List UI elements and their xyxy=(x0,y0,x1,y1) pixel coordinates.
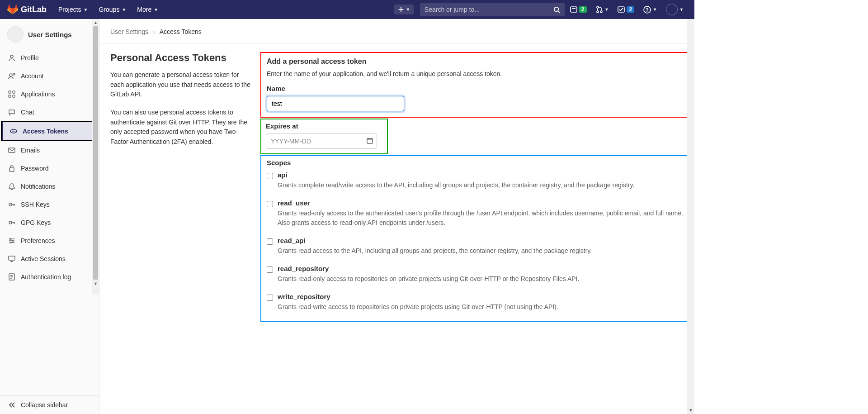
todos-badge: 2 xyxy=(627,6,634,13)
scope-checkbox-write_repository[interactable] xyxy=(267,295,273,301)
sidebar-item-label: Profile xyxy=(21,54,39,62)
avatar xyxy=(7,26,24,43)
scroll-thumb[interactable] xyxy=(93,26,98,280)
nav-groups[interactable]: Groups▼ xyxy=(94,2,131,17)
sidebar-item-label: Password xyxy=(21,165,48,172)
merge-requests-link[interactable]: ▼ xyxy=(592,6,613,13)
expires-label: Expires at xyxy=(266,122,382,130)
svg-point-3 xyxy=(597,6,599,8)
svg-point-23 xyxy=(9,221,12,224)
scope-name: read_repository xyxy=(278,265,684,272)
bell-icon xyxy=(8,183,15,190)
sidebar-title: User Settings xyxy=(28,31,72,38)
sidebar-item-notifications[interactable]: Notifications xyxy=(0,177,99,195)
help-link[interactable]: ? ▼ xyxy=(640,6,660,14)
svg-point-5 xyxy=(600,11,602,13)
scope-description: Grants complete read/write access to the… xyxy=(278,181,684,190)
sidebar-item-active-sessions[interactable]: Active Sessions xyxy=(0,250,99,268)
sidebar-item-label: Access Tokens xyxy=(23,128,68,135)
scope-checkbox-api[interactable] xyxy=(267,173,273,179)
sidebar-item-ssh-keys[interactable]: SSH Keys xyxy=(0,195,99,214)
scope-description: Grants read-only access to the authentic… xyxy=(278,209,684,228)
svg-point-26 xyxy=(10,242,12,243)
account-icon xyxy=(8,72,15,80)
profile-icon xyxy=(8,54,15,62)
sidebar-item-label: Active Sessions xyxy=(21,255,66,262)
scope-checkbox-read_repository[interactable] xyxy=(267,266,273,273)
global-search[interactable] xyxy=(420,3,565,16)
svg-text:?: ? xyxy=(646,7,648,12)
user-menu[interactable]: ▼ xyxy=(662,4,687,15)
scroll-down-icon: ▼ xyxy=(92,280,99,287)
sidebar-item-label: Chat xyxy=(21,109,34,116)
brand[interactable]: GitLab xyxy=(7,4,47,15)
sidebar-item-label: GPG Keys xyxy=(21,219,51,226)
page-title: Personal Access Tokens xyxy=(110,52,250,64)
sidebar-item-applications[interactable]: Applications xyxy=(0,85,99,103)
email-icon xyxy=(8,147,15,154)
sidebar-item-gpg-keys[interactable]: GPG Keys xyxy=(0,214,99,232)
sidebar-item-password[interactable]: Password xyxy=(0,159,99,177)
chevron-down-icon: ▼ xyxy=(154,7,158,12)
svg-rect-12 xyxy=(9,91,11,93)
scope-name: api xyxy=(278,171,684,179)
sidebar-item-label: Applications xyxy=(21,90,55,98)
expires-section: Expires at xyxy=(260,119,388,154)
todos-link[interactable]: 2 xyxy=(614,6,638,13)
new-dropdown[interactable]: ▼ xyxy=(394,5,414,14)
sidebar-item-label: Authentication log xyxy=(21,273,71,281)
sidebar-item-emails[interactable]: Emails xyxy=(0,141,99,159)
scope-row: write_repositoryGrants read-write access… xyxy=(267,290,684,318)
chevron-right-icon: › xyxy=(153,28,155,35)
chat-icon xyxy=(8,109,15,116)
svg-rect-27 xyxy=(9,256,15,260)
nav-projects[interactable]: Projects▼ xyxy=(54,2,92,17)
breadcrumb-root[interactable]: User Settings xyxy=(110,28,148,35)
name-label: Name xyxy=(267,85,684,92)
sidebar-item-account[interactable]: Account xyxy=(0,67,99,85)
section-subtitle: Enter the name of your application, and … xyxy=(267,70,684,77)
sidebar-item-preferences[interactable]: Preferences xyxy=(0,232,99,250)
scope-checkbox-read_api[interactable] xyxy=(267,238,273,245)
sidebar-item-label: Emails xyxy=(21,147,40,154)
issues-link[interactable]: 2 xyxy=(566,6,590,13)
svg-point-9 xyxy=(10,55,13,58)
lock-icon xyxy=(8,165,15,172)
search-input[interactable] xyxy=(425,6,550,13)
applications-icon xyxy=(8,90,15,98)
scopes-section: Scopes apiGrants complete read/write acc… xyxy=(260,155,691,322)
scope-checkbox-read_user[interactable] xyxy=(267,201,273,207)
main-content: User Settings › Access Tokens Personal A… xyxy=(99,19,694,414)
sidebar-item-access-tokens[interactable]: Access Tokens xyxy=(1,121,98,141)
svg-rect-29 xyxy=(367,138,373,143)
scope-description: Grants read-write access to repositories… xyxy=(278,302,684,312)
log-icon xyxy=(8,273,15,281)
chevron-down-icon: ▼ xyxy=(605,7,609,12)
sidebar-header[interactable]: User Settings xyxy=(0,19,99,49)
question-icon: ? xyxy=(643,6,651,14)
svg-point-18 xyxy=(13,131,14,132)
scope-name: read_user xyxy=(278,199,684,207)
breadcrumb: User Settings › Access Tokens xyxy=(99,19,694,44)
sidebar-item-profile[interactable]: Profile xyxy=(0,49,99,67)
brand-text: GitLab xyxy=(21,5,47,14)
scopes-label: Scopes xyxy=(267,159,684,167)
sidebar-item-chat[interactable]: Chat xyxy=(0,103,99,121)
sidebar-scrollbar[interactable]: ▲ ▼ xyxy=(92,19,99,295)
page-scrollbar[interactable]: ▲ ▼ xyxy=(687,0,694,414)
svg-rect-13 xyxy=(13,91,15,93)
expires-input[interactable] xyxy=(266,133,377,149)
sidebar-item-auth-log[interactable]: Authentication log xyxy=(0,268,99,286)
calendar-icon[interactable] xyxy=(366,137,373,144)
collapse-label: Collapse sidebar xyxy=(21,401,68,409)
issues-icon xyxy=(570,6,577,13)
chevron-down-icon: ▼ xyxy=(679,7,684,12)
svg-point-17 xyxy=(12,131,13,132)
nav-more[interactable]: More▼ xyxy=(132,2,163,17)
svg-point-19 xyxy=(14,131,15,132)
chevron-down-icon: ▼ xyxy=(122,7,126,12)
collapse-sidebar[interactable]: Collapse sidebar xyxy=(0,395,99,414)
token-name-input[interactable] xyxy=(267,96,404,111)
scroll-up-icon: ▲ xyxy=(92,19,99,26)
svg-point-4 xyxy=(597,11,599,13)
